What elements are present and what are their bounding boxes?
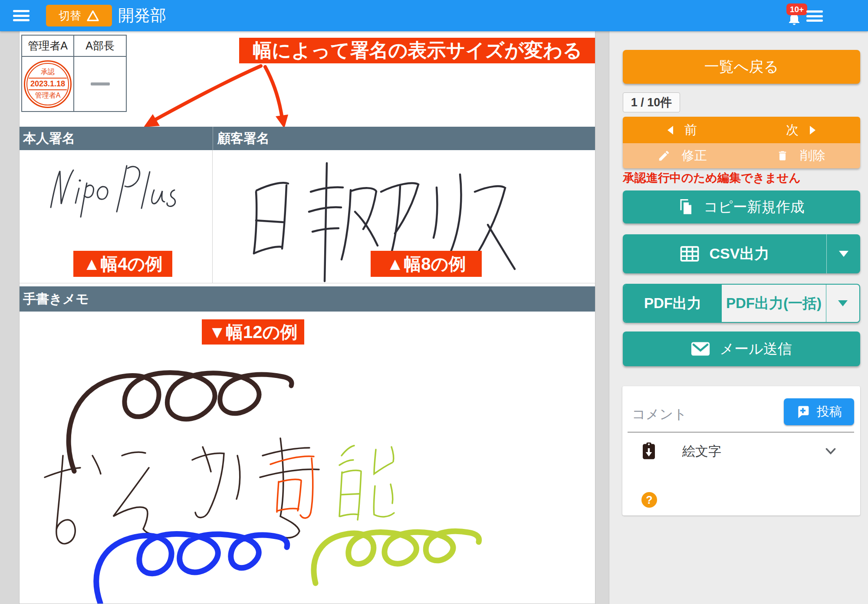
self-signature-header: 本人署名 (20, 127, 213, 150)
post-comment-label: 投稿 (817, 403, 842, 420)
switch-label: 切替 (59, 8, 81, 23)
pdf-export-split-button: PDF出力 PDF出力(一括) (623, 284, 860, 323)
width8-example-label: ▲幅8の例 (371, 251, 482, 277)
delete-button[interactable]: 削除 (742, 143, 861, 168)
pdf-dropdown-toggle[interactable] (826, 285, 859, 322)
chevron-down-icon (825, 448, 836, 455)
comment-card: コメント 投稿 絵文字 ? (622, 386, 860, 515)
customer-signature-cell: ▲幅8の例 (213, 150, 595, 283)
switch-team-button[interactable]: 切替 (46, 5, 112, 26)
page-title: 開発部 (118, 5, 166, 26)
mail-icon (691, 341, 710, 356)
copy-create-label: コピー新規作成 (704, 197, 805, 217)
handwritten-memo-drawing (20, 312, 595, 604)
self-signature-cell: ▲幅4の例 (20, 150, 213, 283)
chevron-down-icon (838, 300, 848, 306)
csv-dropdown-toggle[interactable] (826, 234, 860, 273)
app-bar: 切替 開発部 10+ (0, 0, 868, 31)
comment-divider (628, 432, 854, 433)
triangle-icon (86, 10, 99, 22)
report-panel: 管理者A A部長 承認 2023.1.18 管理者A 幅によって署名の表示サイズ… (19, 31, 595, 604)
width12-example-label: ▼幅12の例 (202, 319, 304, 345)
help-icon[interactable]: ? (641, 492, 657, 508)
width4-example-label: ▲幅4の例 (73, 251, 172, 277)
trash-icon (776, 149, 789, 162)
send-mail-label: メール送信 (720, 339, 792, 359)
copy-icon (678, 198, 694, 216)
prev-next-bar: 前 次 (623, 117, 860, 143)
chevron-down-icon (839, 251, 848, 257)
signature-header-row: 本人署名 顧客署名 (20, 127, 595, 150)
action-sidebar: 一覧へ戻る 1 / 10件 前 次 修正 削除 承認進行中のため編集できません (609, 31, 868, 604)
overflow-menu-icon[interactable] (806, 10, 823, 22)
csv-export-split-button: CSV出力 (623, 234, 860, 273)
copy-create-button[interactable]: コピー新規作成 (623, 190, 860, 223)
notification-badge: 10+ (786, 3, 807, 15)
customer-signature-header: 顧客署名 (213, 127, 595, 150)
csv-export-button[interactable]: CSV出力 (623, 234, 826, 273)
signature-cells: ▲幅4の例 (20, 150, 595, 283)
pencil-icon (658, 149, 671, 162)
next-button[interactable]: 次 (742, 117, 861, 143)
edit-delete-bar: 修正 削除 (623, 143, 860, 168)
edit-button[interactable]: 修正 (623, 143, 742, 168)
prev-arrow-icon (667, 126, 673, 135)
emoji-accordion[interactable]: 絵文字 (622, 439, 860, 463)
prev-label: 前 (684, 121, 697, 139)
table-grid-icon (680, 246, 699, 262)
comment-plus-icon (796, 405, 810, 419)
send-mail-button[interactable]: メール送信 (623, 332, 860, 366)
pdf-export-batch-button[interactable]: PDF出力(一括) (722, 285, 826, 322)
record-counter: 1 / 10件 (623, 92, 680, 112)
memo-header: 手書きメモ (20, 286, 595, 312)
pdf-export-button[interactable]: PDF出力 (624, 285, 722, 322)
comment-title: コメント (632, 405, 687, 423)
delete-label: 削除 (800, 147, 825, 164)
next-label: 次 (786, 121, 799, 139)
clipboard-download-icon (641, 442, 656, 460)
menu-icon[interactable] (13, 10, 30, 21)
emoji-label: 絵文字 (682, 443, 721, 460)
edit-label: 修正 (682, 147, 707, 164)
approval-locked-note: 承認進行中のため編集できません (623, 170, 801, 186)
back-to-list-button[interactable]: 一覧へ戻る (623, 50, 860, 84)
prev-button[interactable]: 前 (623, 117, 742, 143)
next-arrow-icon (810, 126, 815, 135)
csv-export-label: CSV出力 (710, 244, 769, 264)
post-comment-button[interactable]: 投稿 (784, 398, 854, 425)
